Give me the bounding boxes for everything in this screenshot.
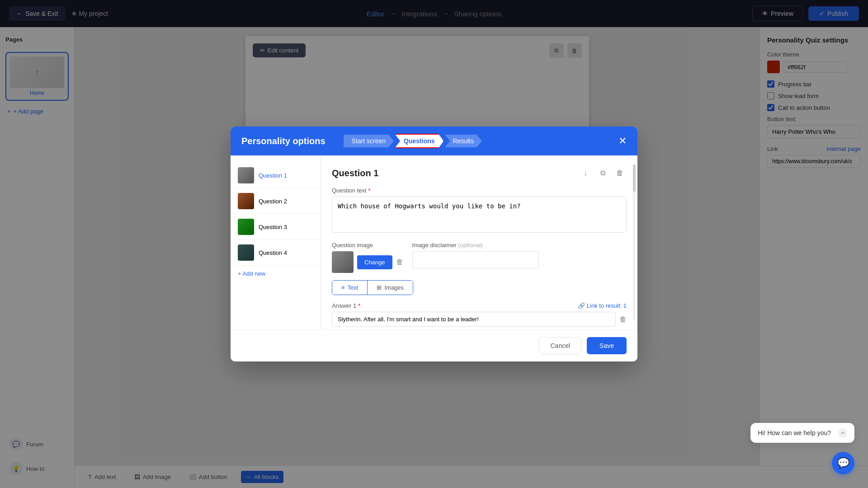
cancel-button[interactable]: Cancel (539, 337, 581, 354)
question-text-required: * (368, 187, 371, 194)
modal-body: Question 1 Question 2 Question 3 Questio… (231, 155, 637, 329)
chat-minimize-button[interactable]: − (838, 428, 847, 437)
question-label-3: Question 3 (259, 224, 287, 230)
question-action-icons: ↓ ⧉ 🗑 (579, 166, 627, 180)
question-item-2[interactable]: Question 2 (231, 188, 321, 214)
modal-steps: Start screen Questions Results (344, 134, 482, 148)
scrollbar-thumb (633, 164, 636, 192)
chat-message: Hi! How can we help you? (758, 429, 831, 436)
answer-1-required: * (358, 302, 360, 309)
answer-1-header: Answer 1 * 🔗 Link to result: 1 (332, 302, 627, 309)
answer-1-input[interactable] (332, 312, 616, 327)
chat-fab-button[interactable]: 💬 (832, 452, 854, 474)
modal-question-editor: Question 1 ↓ ⧉ 🗑 Question text * Which h… (321, 155, 637, 329)
answer-type-tabs: ≡ Text ⊞ Images (332, 280, 413, 295)
scrollbar-track[interactable] (633, 164, 636, 320)
disclaimer-optional: (optional) (458, 242, 482, 249)
images-grid-icon: ⊞ (377, 284, 382, 291)
image-controls: Change 🗑 (332, 251, 403, 273)
personality-options-modal: Personality options Start screen Questio… (231, 127, 637, 361)
link-to-result-1[interactable]: 🔗 Link to result: 1 (578, 302, 627, 309)
delete-answer-1-button[interactable]: 🗑 (619, 315, 627, 324)
link-icon-1: 🔗 (578, 302, 585, 309)
answer-type-images-button[interactable]: ⊞ Images (368, 281, 413, 295)
question-item-4[interactable]: Question 4 (231, 240, 321, 266)
save-button[interactable]: Save (587, 337, 627, 354)
modal-question-list: Question 1 Question 2 Question 3 Questio… (231, 155, 321, 329)
question-label-1: Question 1 (259, 172, 287, 179)
chat-bubble: Hi! How can we help you? − (750, 423, 854, 443)
answer-1-input-row: 🗑 (332, 312, 627, 327)
question-thumb-1 (238, 167, 254, 183)
question-image-preview (332, 251, 354, 273)
modal-overlay: Personality options Start screen Questio… (0, 0, 868, 488)
delete-image-button[interactable]: 🗑 (396, 258, 403, 266)
question-item-1[interactable]: Question 1 (231, 163, 321, 188)
modal-step-results[interactable]: Results (445, 135, 482, 147)
duplicate-question-button[interactable]: ⧉ (596, 166, 609, 180)
text-list-icon: ≡ (341, 284, 345, 291)
question-thumb-2 (238, 193, 254, 209)
question-image-label: Question image (332, 242, 403, 249)
modal-header: Personality options Start screen Questio… (231, 127, 637, 155)
modal-title: Personality options (241, 136, 326, 146)
image-row: Question image Change 🗑 Image disclaimer… (332, 242, 627, 273)
add-new-question-button[interactable]: + Add new (231, 266, 273, 282)
question-label-4: Question 4 (259, 249, 287, 256)
question-text-label: Question text * (332, 187, 627, 194)
modal-close-button[interactable]: ✕ (618, 136, 627, 146)
image-disclaimer-col: Image disclaimer (optional) (412, 242, 539, 268)
move-down-button[interactable]: ↓ (579, 166, 592, 180)
change-image-button[interactable]: Change (357, 255, 392, 269)
question-image-col: Question image Change 🗑 (332, 242, 403, 273)
image-disclaimer-label: Image disclaimer (optional) (412, 242, 539, 249)
delete-question-button[interactable]: 🗑 (613, 166, 627, 180)
messenger-icon: 💬 (837, 457, 849, 469)
question-thumb-4 (238, 244, 254, 261)
question-title: Question 1 (332, 168, 378, 178)
image-disclaimer-input[interactable] (412, 251, 539, 268)
question-editor-header: Question 1 ↓ ⧉ 🗑 (332, 166, 627, 180)
question-thumb-3 (238, 219, 254, 235)
answer-type-text-button[interactable]: ≡ Text (332, 281, 368, 295)
modal-footer: Cancel Save (231, 329, 637, 361)
question-item-3[interactable]: Question 3 (231, 214, 321, 240)
modal-step-start[interactable]: Start screen (344, 135, 394, 147)
question-label-2: Question 2 (259, 198, 287, 205)
answer-1-label: Answer 1 * (332, 302, 360, 309)
modal-step-questions[interactable]: Questions (395, 134, 443, 148)
question-text-input[interactable]: Which house of Hogwarts would you like t… (332, 197, 627, 233)
answer-row-1: Answer 1 * 🔗 Link to result: 1 🗑 (332, 302, 627, 327)
